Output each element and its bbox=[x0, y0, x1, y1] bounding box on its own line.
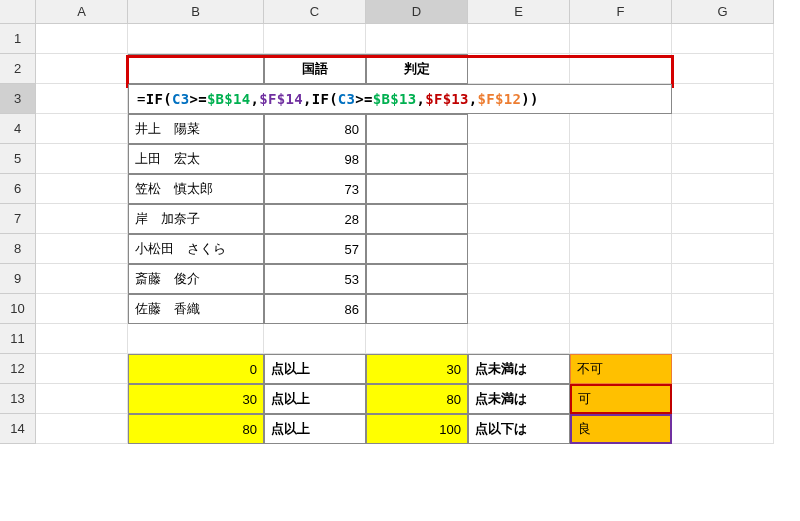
row-header-7[interactable]: 7 bbox=[0, 204, 36, 234]
criteria-high[interactable]: 100 bbox=[366, 414, 468, 444]
table-cell-score[interactable]: 80 bbox=[264, 114, 366, 144]
row-header-14[interactable]: 14 bbox=[0, 414, 36, 444]
cell[interactable] bbox=[570, 144, 672, 174]
cell[interactable] bbox=[36, 264, 128, 294]
col-header-g[interactable]: G bbox=[672, 0, 774, 24]
table-cell-score[interactable]: 98 bbox=[264, 144, 366, 174]
cell[interactable] bbox=[570, 234, 672, 264]
row-header-8[interactable]: 8 bbox=[0, 234, 36, 264]
table-cell-result[interactable] bbox=[366, 174, 468, 204]
cell[interactable] bbox=[36, 234, 128, 264]
criteria-grade[interactable]: 可 bbox=[570, 384, 672, 414]
cell[interactable] bbox=[468, 234, 570, 264]
cell[interactable] bbox=[128, 324, 264, 354]
table-cell-result[interactable] bbox=[366, 144, 468, 174]
table-header-score[interactable]: 国語 bbox=[264, 54, 366, 84]
cell[interactable] bbox=[672, 144, 774, 174]
cell[interactable] bbox=[36, 354, 128, 384]
criteria-low-label[interactable]: 点以上 bbox=[264, 384, 366, 414]
table-cell-result[interactable] bbox=[366, 204, 468, 234]
cell[interactable] bbox=[570, 324, 672, 354]
cell[interactable] bbox=[264, 24, 366, 54]
cell[interactable] bbox=[570, 174, 672, 204]
cell[interactable] bbox=[36, 384, 128, 414]
row-header-1[interactable]: 1 bbox=[0, 24, 36, 54]
criteria-grade[interactable]: 不可 bbox=[570, 354, 672, 384]
criteria-low[interactable]: 30 bbox=[128, 384, 264, 414]
cell[interactable] bbox=[468, 264, 570, 294]
cell[interactable] bbox=[36, 144, 128, 174]
table-cell-name[interactable]: 佐藤 香織 bbox=[128, 294, 264, 324]
cell[interactable] bbox=[570, 24, 672, 54]
cell[interactable] bbox=[570, 264, 672, 294]
cell[interactable] bbox=[672, 414, 774, 444]
row-header-13[interactable]: 13 bbox=[0, 384, 36, 414]
cell[interactable] bbox=[36, 324, 128, 354]
col-header-b[interactable]: B bbox=[128, 0, 264, 24]
table-cell-name[interactable]: 小松田 さくら bbox=[128, 234, 264, 264]
cell[interactable] bbox=[672, 84, 774, 114]
criteria-low-label[interactable]: 点以上 bbox=[264, 414, 366, 444]
row-header-2[interactable]: 2 bbox=[0, 54, 36, 84]
cell[interactable] bbox=[672, 114, 774, 144]
table-cell-result[interactable] bbox=[366, 114, 468, 144]
table-cell-score[interactable]: 86 bbox=[264, 294, 366, 324]
cell[interactable] bbox=[36, 174, 128, 204]
cell[interactable] bbox=[570, 294, 672, 324]
formula-cell[interactable]: =IF(C3>=$B$14,$F$14,IF(C3>=$B$13,$F$13,$… bbox=[128, 84, 672, 114]
cell[interactable] bbox=[672, 174, 774, 204]
criteria-high[interactable]: 30 bbox=[366, 354, 468, 384]
cell[interactable] bbox=[468, 114, 570, 144]
table-cell-result[interactable] bbox=[366, 264, 468, 294]
table-cell-score[interactable]: 28 bbox=[264, 204, 366, 234]
cell[interactable] bbox=[36, 84, 128, 114]
table-cell-score[interactable]: 57 bbox=[264, 234, 366, 264]
col-header-c[interactable]: C bbox=[264, 0, 366, 24]
col-header-d[interactable]: D bbox=[366, 0, 468, 24]
cell[interactable] bbox=[570, 114, 672, 144]
cell[interactable] bbox=[570, 204, 672, 234]
cell[interactable] bbox=[468, 294, 570, 324]
table-cell-result[interactable] bbox=[366, 234, 468, 264]
cell[interactable] bbox=[128, 24, 264, 54]
row-header-4[interactable]: 4 bbox=[0, 114, 36, 144]
col-header-e[interactable]: E bbox=[468, 0, 570, 24]
cell[interactable] bbox=[366, 24, 468, 54]
cell[interactable] bbox=[672, 324, 774, 354]
criteria-grade[interactable]: 良 bbox=[570, 414, 672, 444]
row-header-11[interactable]: 11 bbox=[0, 324, 36, 354]
table-cell-score[interactable]: 73 bbox=[264, 174, 366, 204]
col-header-a[interactable]: A bbox=[36, 0, 128, 24]
cell[interactable] bbox=[468, 174, 570, 204]
criteria-high-label[interactable]: 点以下は bbox=[468, 414, 570, 444]
cell[interactable] bbox=[264, 324, 366, 354]
cell[interactable] bbox=[36, 114, 128, 144]
select-all-corner[interactable] bbox=[0, 0, 36, 24]
cell[interactable] bbox=[36, 414, 128, 444]
cell[interactable] bbox=[672, 384, 774, 414]
row-header-3[interactable]: 3 bbox=[0, 84, 36, 114]
row-header-5[interactable]: 5 bbox=[0, 144, 36, 174]
cell[interactable] bbox=[672, 24, 774, 54]
cell[interactable] bbox=[366, 324, 468, 354]
cell[interactable] bbox=[36, 204, 128, 234]
cell[interactable] bbox=[468, 324, 570, 354]
cell[interactable] bbox=[672, 234, 774, 264]
row-header-6[interactable]: 6 bbox=[0, 174, 36, 204]
table-header-result[interactable]: 判定 bbox=[366, 54, 468, 84]
table-cell-name[interactable]: 笠松 慎太郎 bbox=[128, 174, 264, 204]
table-cell-name[interactable]: 井上 陽菜 bbox=[128, 114, 264, 144]
cell[interactable] bbox=[468, 144, 570, 174]
row-header-12[interactable]: 12 bbox=[0, 354, 36, 384]
criteria-low-label[interactable]: 点以上 bbox=[264, 354, 366, 384]
cell[interactable] bbox=[672, 354, 774, 384]
spreadsheet-grid[interactable]: A B C D E F G 1 2 国語 判定 3 =IF(C3>=$B$14,… bbox=[0, 0, 800, 444]
row-header-10[interactable]: 10 bbox=[0, 294, 36, 324]
cell[interactable] bbox=[570, 54, 672, 84]
cell[interactable] bbox=[468, 54, 570, 84]
criteria-high[interactable]: 80 bbox=[366, 384, 468, 414]
table-cell-score[interactable]: 53 bbox=[264, 264, 366, 294]
cell[interactable] bbox=[468, 204, 570, 234]
table-cell-name[interactable]: 上田 宏太 bbox=[128, 144, 264, 174]
table-cell-name[interactable]: 岸 加奈子 bbox=[128, 204, 264, 234]
